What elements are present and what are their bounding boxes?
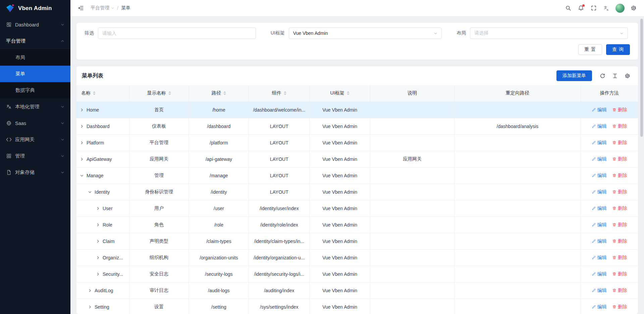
layout-select[interactable]: 请选择 <box>470 27 628 39</box>
edit-button[interactable]: 编辑 <box>592 222 607 228</box>
expand-row-icon[interactable] <box>80 124 84 128</box>
chevron-down-icon <box>61 23 64 26</box>
sidebar-item-localization[interactable]: 本地化管理 <box>0 99 70 115</box>
expand-row-icon[interactable] <box>96 223 100 227</box>
delete-button[interactable]: 删除 <box>612 156 627 162</box>
table-row[interactable]: Home 首页 /home /dashboard/welcome/in... V… <box>76 102 638 118</box>
description-cell <box>370 266 454 282</box>
edit-button[interactable]: 编辑 <box>592 271 607 277</box>
collapse-row-icon[interactable] <box>88 190 92 194</box>
expand-row-icon[interactable] <box>96 272 100 276</box>
expand-row-icon[interactable] <box>88 305 92 309</box>
sort-icon[interactable] <box>347 91 350 95</box>
translate-icon[interactable]: 文A <box>601 2 612 14</box>
expand-row-icon[interactable] <box>96 206 100 210</box>
expand-row-icon[interactable] <box>96 239 100 243</box>
delete-button[interactable]: 删除 <box>612 173 627 179</box>
vertical-scrollbar[interactable] <box>640 19 643 137</box>
table-row[interactable]: Identity 身份标识管理 /identity LAYOUT Vue Vbe… <box>76 184 638 200</box>
refresh-icon[interactable] <box>597 71 608 81</box>
edit-button[interactable]: 编辑 <box>592 107 607 113</box>
table-row[interactable]: Dashboard 仪表板 /dashboard LAYOUT Vue Vben… <box>76 118 638 134</box>
sidebar-item-label: 平台管理 <box>6 38 25 44</box>
column-header-name[interactable]: 名称 <box>76 85 129 102</box>
delete-button[interactable]: 删除 <box>612 271 627 277</box>
delete-button[interactable]: 删除 <box>612 238 627 244</box>
menu-fold-icon[interactable] <box>76 3 86 13</box>
chevron-down-icon <box>61 105 64 109</box>
expand-row-icon[interactable] <box>96 256 100 260</box>
column-header-component[interactable]: 组件 <box>249 85 310 102</box>
query-button[interactable]: 查 询 <box>606 44 630 55</box>
edit-button[interactable]: 编辑 <box>592 205 607 211</box>
sort-icon[interactable] <box>168 91 171 95</box>
sidebar-item-gateway[interactable]: 应用网关 <box>0 131 70 148</box>
settings-icon[interactable] <box>628 2 639 14</box>
row-height-icon[interactable] <box>610 71 620 81</box>
table-row[interactable]: Platform 平台管理 /platform LAYOUT Vue Vben … <box>76 134 638 151</box>
logo[interactable]: Vben Admin <box>0 0 70 16</box>
menu-name: Home <box>87 107 99 113</box>
table-toolbar: 菜单列表 添加新菜单 <box>76 66 638 85</box>
delete-button[interactable]: 删除 <box>612 222 627 228</box>
sidebar-item-dashboard[interactable]: Dashboard <box>0 16 70 33</box>
expand-row-icon[interactable] <box>88 289 92 293</box>
table-row[interactable]: ApiGateway 应用网关 /api-gateway LAYOUT Vue … <box>76 151 638 167</box>
edit-button[interactable]: 编辑 <box>592 173 607 179</box>
bell-icon[interactable] <box>575 2 587 14</box>
sidebar-item-object-storage[interactable]: 对象存储 <box>0 164 70 181</box>
add-menu-button[interactable]: 添加新菜单 <box>556 70 592 81</box>
edit-button[interactable]: 编辑 <box>592 238 607 244</box>
fullscreen-icon[interactable] <box>588 2 599 14</box>
edit-button[interactable]: 编辑 <box>592 140 607 146</box>
edit-button[interactable]: 编辑 <box>592 304 607 310</box>
delete-button[interactable]: 删除 <box>612 123 627 129</box>
delete-button[interactable]: 删除 <box>612 189 627 195</box>
search-icon[interactable] <box>562 2 574 14</box>
reset-button[interactable]: 重 置 <box>578 44 602 55</box>
delete-icon <box>612 223 616 227</box>
sidebar-subitem-data-dictionary[interactable]: 数据字典 <box>0 82 70 99</box>
avatar[interactable] <box>615 4 625 13</box>
delete-button[interactable]: 删除 <box>612 288 627 294</box>
sidebar-item-platform[interactable]: 平台管理 <box>0 33 70 49</box>
expand-row-icon[interactable] <box>80 141 84 145</box>
table-row[interactable]: Manage 管理 /manage LAYOUT Vue Vben Admin … <box>76 167 638 184</box>
delete-button[interactable]: 删除 <box>612 255 627 261</box>
column-header-ui-framework[interactable]: UI框架 <box>310 85 370 102</box>
edit-button[interactable]: 编辑 <box>592 288 607 294</box>
table-row[interactable]: Role 角色 /role /identity/role/index Vue V… <box>76 216 638 233</box>
table-row[interactable]: Security... 安全日志 /security-logs /identit… <box>76 266 638 282</box>
sidebar-item-saas[interactable]: Saas <box>0 115 70 131</box>
table-row[interactable]: Setting 设置 /setting /sys/settings/index … <box>76 299 638 314</box>
delete-button[interactable]: 删除 <box>612 140 627 146</box>
table-row[interactable]: AuditLog 审计日志 /audit-logs /auditing/inde… <box>76 282 638 299</box>
edit-button[interactable]: 编辑 <box>592 255 607 261</box>
sidebar-subitem-layout[interactable]: 布局 <box>0 49 70 66</box>
edit-button[interactable]: 编辑 <box>592 156 607 162</box>
keyword-input[interactable] <box>102 30 252 36</box>
expand-row-icon[interactable] <box>80 108 84 112</box>
delete-button[interactable]: 删除 <box>612 205 627 211</box>
logo-icon <box>5 4 15 13</box>
delete-button[interactable]: 删除 <box>612 107 627 113</box>
breadcrumb-parent[interactable]: 平台管理 <box>91 5 114 11</box>
table-row[interactable]: User 用户 /user /identity/user/index Vue V… <box>76 200 638 216</box>
column-header-path[interactable]: 路径 <box>189 85 249 102</box>
column-header-display-name[interactable]: 显示名称 <box>129 85 189 102</box>
sort-icon[interactable] <box>93 91 96 95</box>
delete-button[interactable]: 删除 <box>612 304 627 310</box>
sidebar-subitem-menu[interactable]: 菜单 <box>0 66 70 82</box>
edit-button[interactable]: 编辑 <box>592 123 607 129</box>
expand-row-icon[interactable] <box>80 157 84 161</box>
settings-icon[interactable] <box>622 71 633 81</box>
table-row[interactable]: Claim 声明类型 /claim-types /identity/claim-… <box>76 233 638 249</box>
edit-button[interactable]: 编辑 <box>592 189 607 195</box>
table-row[interactable]: Organiz... 组织机构 /organization-units /ide… <box>76 249 638 266</box>
sort-icon[interactable] <box>284 91 286 95</box>
sidebar-item-management[interactable]: 管理 <box>0 148 70 164</box>
description-cell <box>370 249 454 266</box>
collapse-row-icon[interactable] <box>80 174 84 178</box>
sort-icon[interactable] <box>223 91 226 95</box>
ui-framework-select[interactable]: Vue Vben Admin <box>289 27 442 39</box>
